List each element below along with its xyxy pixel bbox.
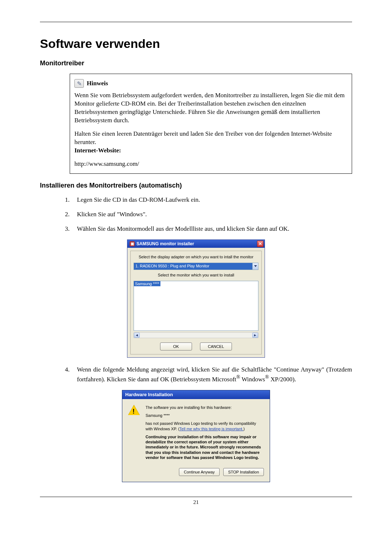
- hardware-installation-dialog: Hardware Installation The software you a…: [122, 390, 270, 483]
- scroll-track[interactable]: [140, 333, 252, 338]
- note-paragraph-2-text: Halten Sie einen leeren Datenträger bere…: [74, 130, 332, 145]
- hw-warning-text: Continuing your installation of this sof…: [146, 434, 264, 460]
- note-title: Hinweis: [87, 80, 108, 87]
- step-4-text-a: Wenn die folgende Meldung angezeigt wird…: [77, 366, 352, 383]
- note-website-label: Internet-Website:: [74, 147, 121, 154]
- dialog-titlebar[interactable]: Hardware Installation: [122, 390, 270, 399]
- note-url: http://www.samsung.com/: [74, 160, 347, 168]
- close-icon[interactable]: ✕: [257, 241, 264, 247]
- scroll-right-icon[interactable]: ►: [252, 333, 258, 338]
- cancel-button[interactable]: CANCEL: [200, 342, 232, 350]
- dialog-title-text: SAMSUNG monitor installer: [136, 241, 194, 246]
- monitor-list-selected-item[interactable]: Samsung ****: [134, 281, 160, 286]
- registered-mark-2: ®: [265, 374, 269, 380]
- dialog-titlebar[interactable]: ▣ SAMSUNG monitor installer ✕: [127, 240, 265, 248]
- logo-testing-link[interactable]: Tell me why this testing is important.: [179, 427, 243, 431]
- section-install-auto-heading: Installieren des Monitortreibers (automa…: [40, 182, 352, 189]
- note-paragraph-1: Wenn Sie vom Betriebssystem aufgefordert…: [74, 91, 347, 125]
- warning-icon: [128, 405, 140, 416]
- stop-installation-button[interactable]: STOP Installation: [223, 468, 264, 476]
- monitor-instruction-label: Select the monitor which you want to ins…: [134, 273, 258, 277]
- note-icon: ✎: [74, 79, 84, 88]
- note-box: ✎ Hinweis Wenn Sie vom Betriebssystem au…: [70, 74, 352, 174]
- chevron-down-icon[interactable]: [252, 263, 258, 270]
- hw-compat-text: has not passed Windows Logo testing to v…: [146, 421, 264, 431]
- ok-button[interactable]: OK: [160, 342, 192, 350]
- adapter-instruction-label: Select the display adapter on which you …: [134, 255, 258, 259]
- top-horizontal-rule: [40, 22, 352, 22]
- monitor-listbox[interactable]: Samsung ****: [134, 281, 258, 331]
- samsung-installer-dialog: ▣ SAMSUNG monitor installer ✕ Select the…: [127, 239, 265, 358]
- note-paragraph-2: Halten Sie einen leeren Datenträger bere…: [74, 130, 347, 155]
- step-2: Klicken Sie auf "Windows".: [71, 210, 352, 218]
- hw-compat-b: ): [243, 427, 245, 431]
- document-page: Software verwenden Monitortreiber ✎ Hinw…: [0, 0, 392, 520]
- page-footer: 21: [40, 497, 352, 505]
- display-adapter-selected: 1. RADEON 9550 : Plug and Play Monitor: [134, 263, 252, 270]
- page-title: Software verwenden: [40, 37, 352, 51]
- scroll-left-icon[interactable]: ◄: [134, 333, 140, 338]
- step-4-text-b: Windows: [240, 376, 265, 383]
- display-adapter-dropdown[interactable]: 1. RADEON 9550 : Plug and Play Monitor: [134, 263, 258, 270]
- registered-mark-1: ®: [236, 374, 240, 380]
- step-3: Wählen Sie das Monitormodell aus der Mod…: [71, 225, 352, 233]
- page-number: 21: [193, 499, 199, 505]
- install-steps-list: Legen Sie die CD in das CD-ROM-Laufwerk …: [71, 196, 352, 233]
- section-monitortreiber-heading: Monitortreiber: [40, 59, 352, 67]
- horizontal-scrollbar[interactable]: ◄ ►: [134, 332, 258, 338]
- step-4-text-c: XP/2000).: [269, 376, 296, 383]
- step-4: Wenn die folgende Meldung angezeigt wird…: [71, 366, 352, 383]
- step-1: Legen Sie die CD in das CD-ROM-Laufwerk …: [71, 196, 352, 204]
- hw-device-name: Samsung ****: [146, 413, 264, 418]
- hw-intro-text: The software you are installing for this…: [146, 405, 264, 410]
- install-steps-list-continued: Wenn die folgende Meldung angezeigt wird…: [71, 366, 352, 383]
- app-icon: ▣: [130, 241, 135, 246]
- continue-anyway-button[interactable]: Continue Anyway: [179, 468, 220, 476]
